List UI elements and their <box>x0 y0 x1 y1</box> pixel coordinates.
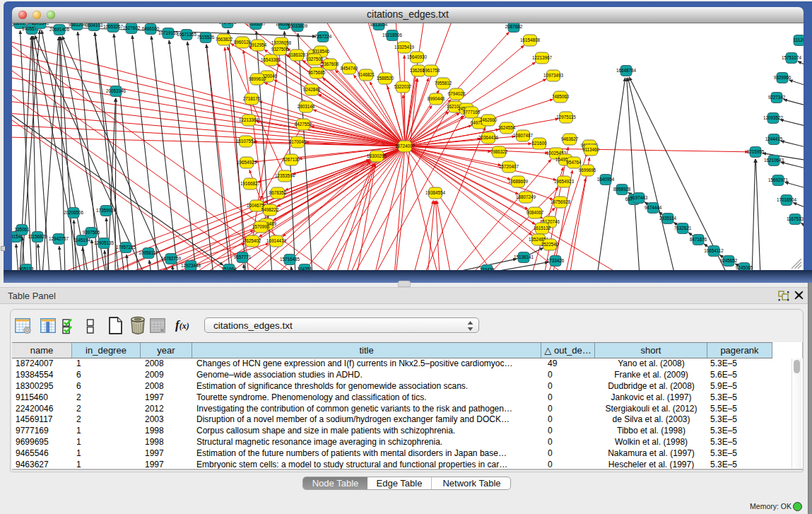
svg-text:6961758: 6961758 <box>423 68 440 73</box>
svg-text:9699695: 9699695 <box>579 168 596 173</box>
svg-text:12213369: 12213369 <box>239 117 259 122</box>
svg-text:621600: 621600 <box>531 141 547 146</box>
svg-text:6794028: 6794028 <box>448 91 466 96</box>
svg-text:7462660: 7462660 <box>480 117 498 122</box>
svg-text:9197443: 9197443 <box>630 195 648 200</box>
svg-text:3675685: 3675685 <box>308 70 326 75</box>
svg-text:16671355: 16671355 <box>177 32 197 37</box>
svg-text:13325419: 13325419 <box>394 45 415 49</box>
svg-text:12213967: 12213967 <box>532 55 553 60</box>
svg-text:9463627: 9463627 <box>561 136 579 141</box>
svg-text:15751074: 15751074 <box>782 55 802 60</box>
svg-text:16543362: 16543362 <box>261 57 281 62</box>
svg-text:11156829: 11156829 <box>28 234 47 239</box>
svg-text:20053346: 20053346 <box>106 88 126 93</box>
svg-text:11120: 11120 <box>794 37 804 42</box>
svg-text:1244415: 1244415 <box>765 136 783 141</box>
svg-text:10807487: 10807487 <box>513 133 534 138</box>
svg-text:8912954: 8912954 <box>249 42 267 47</box>
svg-text:10654112: 10654112 <box>704 248 724 253</box>
svg-text:15692971: 15692971 <box>768 177 789 182</box>
svg-text:9318546: 9318546 <box>312 49 330 54</box>
svg-text:335061: 335061 <box>14 227 30 232</box>
svg-text:20691406: 20691406 <box>49 27 70 32</box>
svg-text:12093522: 12093522 <box>763 115 784 120</box>
svg-text:1615132: 1615132 <box>534 226 551 230</box>
svg-text:16107553: 16107553 <box>236 139 257 144</box>
svg-text:9245652: 9245652 <box>720 258 738 263</box>
svg-text:8471676: 8471676 <box>690 237 707 242</box>
svg-text:12353594: 12353594 <box>275 173 295 178</box>
svg-text:7515526: 7515526 <box>197 35 215 40</box>
svg-text:2522540: 2522540 <box>541 242 559 247</box>
svg-text:9899610: 9899610 <box>249 76 266 81</box>
svg-text:20364436: 20364436 <box>478 135 499 140</box>
svg-text:1167533: 1167533 <box>787 216 804 221</box>
svg-text:8990448: 8990448 <box>428 96 445 101</box>
svg-text:15720407: 15720407 <box>499 164 519 169</box>
svg-text:15640930: 15640930 <box>407 54 428 59</box>
svg-text:1570993: 1570993 <box>252 224 270 229</box>
svg-text:6466160: 6466160 <box>142 26 160 31</box>
svg-text:8678352: 8678352 <box>269 190 287 195</box>
svg-text:7625402: 7625402 <box>244 238 261 243</box>
svg-text:9327508: 9327508 <box>306 57 324 62</box>
svg-text:10653267: 10653267 <box>103 24 124 29</box>
svg-text:10553287: 10553287 <box>246 23 266 26</box>
svg-text:10688609: 10688609 <box>508 179 529 184</box>
svg-text:1733426: 1733426 <box>547 258 565 263</box>
svg-text:16782759: 16782759 <box>161 256 182 261</box>
svg-text:19654925: 19654925 <box>237 160 257 165</box>
svg-text:7663822: 7663822 <box>216 37 233 42</box>
svg-text:16914479: 16914479 <box>266 238 287 243</box>
svg-text:19756928: 19756928 <box>551 199 571 204</box>
svg-text:19384554: 19384554 <box>425 190 446 195</box>
svg-text:12905135: 12905135 <box>94 240 114 245</box>
svg-text:15716485: 15716485 <box>280 257 300 262</box>
svg-text:18724007: 18724007 <box>395 144 416 148</box>
svg-text:20206506: 20206506 <box>64 210 84 215</box>
svg-text:19218506: 19218506 <box>382 33 403 37</box>
svg-text:1588520: 1588520 <box>377 76 394 81</box>
svg-text:2367608: 2367608 <box>322 62 339 66</box>
svg-text:8427552: 8427552 <box>295 122 312 127</box>
svg-text:19654923: 19654923 <box>554 179 575 184</box>
svg-text:9777169: 9777169 <box>463 110 481 115</box>
svg-text:905133: 905133 <box>18 267 34 270</box>
svg-text:4170040: 4170040 <box>289 139 307 144</box>
svg-text:8813054: 8813054 <box>370 23 388 27</box>
svg-text:151664: 151664 <box>221 267 237 270</box>
svg-text:1145194: 1145194 <box>73 238 91 243</box>
svg-text:9561204: 9561204 <box>69 23 86 27</box>
svg-text:1640954: 1640954 <box>597 177 615 182</box>
svg-text:12975115: 12975115 <box>556 115 576 119</box>
svg-text:954764: 954764 <box>566 160 582 165</box>
svg-text:15136141: 15136141 <box>514 255 534 259</box>
svg-text:2087682: 2087682 <box>505 24 523 29</box>
svg-text:19166827: 19166827 <box>240 181 261 186</box>
svg-text:10719155: 10719155 <box>158 30 179 35</box>
svg-text:8454749: 8454749 <box>341 66 358 71</box>
svg-text:1527602: 1527602 <box>123 25 141 30</box>
svg-text:8186328: 8186328 <box>288 52 306 57</box>
svg-text:8958928: 8958928 <box>613 187 631 192</box>
svg-text:7357224: 7357224 <box>314 34 332 39</box>
svg-text:9084067: 9084067 <box>526 210 544 215</box>
svg-text:2718176: 2718176 <box>243 96 261 101</box>
svg-text:10973493: 10973493 <box>543 73 564 78</box>
svg-text:9397565: 9397565 <box>83 230 100 235</box>
svg-text:9227342: 9227342 <box>768 95 786 100</box>
svg-text:9327506: 9327506 <box>271 47 289 52</box>
svg-text:8215955: 8215955 <box>747 149 765 154</box>
svg-text:16210643: 16210643 <box>764 158 784 163</box>
svg-text:104351: 104351 <box>297 267 312 270</box>
svg-text:9329966: 9329966 <box>774 75 792 80</box>
svg-text:733426: 733426 <box>479 267 495 270</box>
svg-text:3624554: 3624554 <box>498 125 516 130</box>
svg-text:7632621: 7632621 <box>674 226 692 230</box>
svg-text:2935114: 2935114 <box>659 216 677 221</box>
svg-text:2803144: 2803144 <box>298 104 315 109</box>
svg-text:8604103: 8604103 <box>86 23 103 28</box>
svg-text:5322037: 5322037 <box>394 84 412 89</box>
svg-text:12923448: 12923448 <box>181 263 201 268</box>
